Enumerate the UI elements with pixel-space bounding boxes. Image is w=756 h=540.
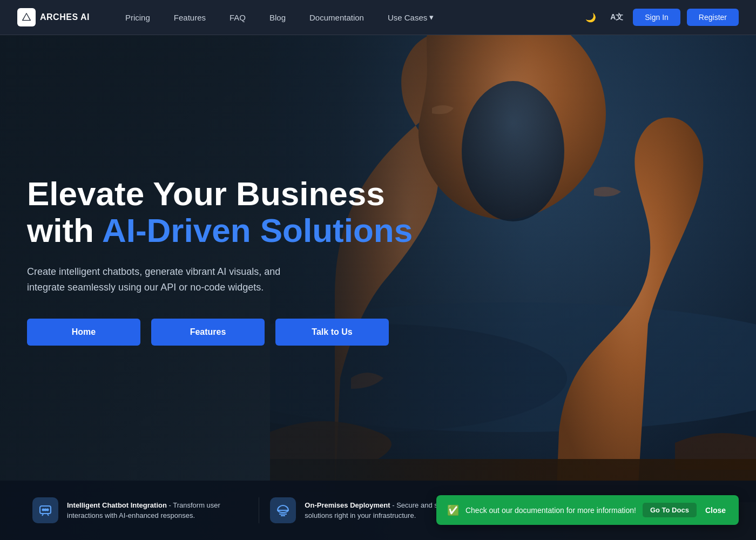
hero-title-accent: AI-Driven Solutions [102,212,413,249]
deployment-icon [270,497,296,523]
svg-point-8 [47,509,49,511]
nav-blog[interactable]: Blog [260,9,295,26]
toast-docs-button[interactable]: Go To Docs [643,503,697,517]
logo-icon [17,8,36,26]
svg-point-6 [43,509,44,511]
dark-mode-toggle[interactable]: 🌙 [581,8,600,27]
hero-subtitle: Create intelligent chatbots, generate vi… [27,264,308,295]
nav-use-cases[interactable]: Use Cases ▾ [378,8,443,26]
hero-home-button[interactable]: Home [27,319,140,346]
nav-links: Pricing Features FAQ Blog Documentation … [116,8,581,26]
translate-button[interactable]: A文 [607,8,626,27]
hero-buttons: Home Features Talk to Us [27,319,413,346]
toast-close-button[interactable]: Close [703,506,728,515]
toast-check-icon: ✅ [447,504,459,516]
nav-faq[interactable]: FAQ [220,9,255,26]
nav-pricing[interactable]: Pricing [116,9,160,26]
hero-title: Elevate Your Business with AI-Driven Sol… [27,176,413,249]
hero-title-line2-plain: with [27,212,102,249]
navbar: ARCHES AI Pricing Features FAQ Blog Docu… [0,0,756,35]
chatbot-icon [32,497,58,523]
hero-section: Elevate Your Business with AI-Driven Sol… [0,0,756,540]
chevron-down-icon: ▾ [429,12,434,22]
nav-documentation[interactable]: Documentation [300,9,374,26]
register-button[interactable]: Register [687,9,739,26]
navbar-actions: 🌙 A文 Sign In Register [581,8,739,27]
signin-button[interactable]: Sign In [633,9,680,26]
toast-message: Check out our documentation for more inf… [465,506,636,515]
hero-talk-button[interactable]: Talk to Us [275,319,389,346]
translate-icon: A文 [610,12,623,22]
logo[interactable]: ARCHES AI [17,8,90,26]
svg-point-7 [45,509,46,511]
toast-notification: ✅ Check out our documentation for more i… [436,495,739,525]
nav-features[interactable]: Features [164,9,215,26]
moon-icon: 🌙 [585,12,596,23]
feature-item-chatbot: Intelligent Chatbot Integration - Transf… [22,497,259,523]
logo-label: ARCHES AI [40,12,90,22]
hero-features-button[interactable]: Features [151,319,265,346]
hero-title-line1: Elevate Your Business [27,175,385,212]
hero-content: Elevate Your Business with AI-Driven Sol… [27,35,413,486]
